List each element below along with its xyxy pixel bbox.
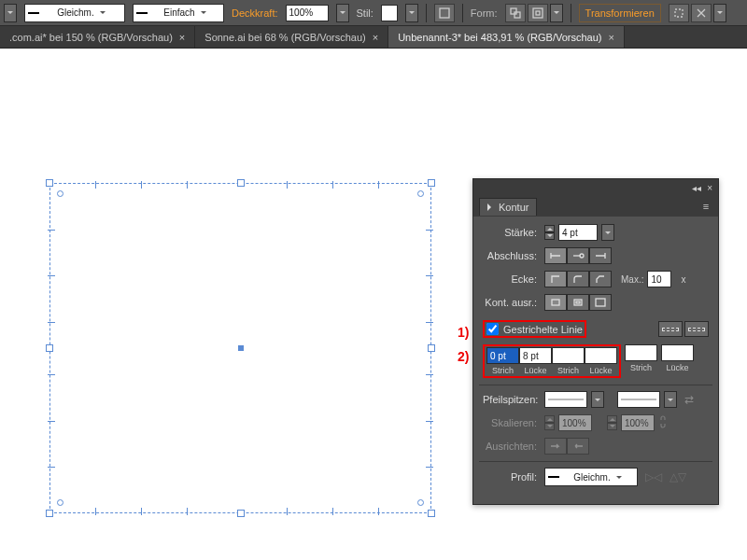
shape-mode-icon[interactable] — [528, 4, 548, 22]
close-icon[interactable]: × — [707, 183, 712, 193]
tool-preset-dropdown[interactable] — [4, 4, 17, 22]
align-icon[interactable] — [669, 4, 689, 22]
bbox-handle[interactable] — [237, 179, 245, 187]
document-setup-icon[interactable] — [434, 4, 455, 22]
align-stroke-buttons — [544, 294, 612, 311]
document-tab[interactable]: Sonne.ai bei 68 % (RGB/Vorschau)× — [195, 26, 388, 48]
cap-round-icon[interactable] — [567, 247, 589, 264]
corner-widget[interactable] — [417, 499, 424, 506]
panel-tab-kontur[interactable]: Kontur — [479, 198, 537, 216]
close-icon[interactable]: × — [608, 32, 613, 43]
style-swatch[interactable] — [381, 5, 398, 21]
weight-stepper[interactable] — [544, 225, 555, 240]
bbox-handle[interactable] — [428, 344, 435, 352]
panel-title: Kontur — [499, 202, 529, 213]
miter-field[interactable]: 10 — [647, 271, 671, 287]
dashed-line-label: Gestrichelte Linie — [503, 324, 583, 335]
dash-cell-label: Strich — [552, 366, 585, 375]
weight-field[interactable]: 4 pt — [558, 224, 598, 241]
dashed-line-checkbox-wrap[interactable]: Gestrichelte Linie — [483, 320, 586, 338]
bbox-handle[interactable] — [46, 344, 53, 352]
bbox-handle[interactable] — [428, 510, 435, 517]
dash-field[interactable]: 0 pt — [486, 347, 519, 364]
transform-button[interactable]: Transformieren — [579, 4, 661, 22]
bbox-handle[interactable] — [46, 510, 53, 517]
tab-label: Sonne.ai bei 68 % (RGB/Vorschau) — [204, 32, 365, 43]
collapse-icon[interactable]: ◂◂ — [692, 183, 701, 193]
dash-align-corners-icon[interactable] — [684, 321, 709, 337]
corner-widget[interactable] — [57, 499, 63, 506]
svg-rect-7 — [552, 300, 559, 305]
dash-cell: Lücke — [661, 344, 694, 372]
swap-arrows-icon[interactable]: ⇄ — [684, 393, 694, 406]
corner-round-icon[interactable] — [567, 271, 589, 287]
cap-label: Abschluss: — [483, 250, 541, 261]
scale-field-2[interactable]: 100% — [621, 414, 655, 431]
link-icon[interactable] — [658, 415, 668, 430]
miter-unit: x — [681, 274, 685, 285]
corner-miter-icon[interactable] — [544, 271, 567, 287]
profile-dropdown[interactable]: Gleichm. — [544, 468, 638, 486]
corner-widget[interactable] — [57, 190, 63, 197]
corner-widget[interactable] — [417, 190, 424, 197]
disclosure-icon — [487, 203, 495, 211]
scale-field-1[interactable]: 100% — [558, 414, 592, 431]
panel-menu-icon[interactable]: ≡ — [699, 201, 712, 212]
gap-field[interactable] — [585, 347, 617, 364]
stroke-profile-1[interactable]: Gleichm. — [24, 4, 125, 22]
opacity-field[interactable]: 100% — [286, 5, 329, 21]
opacity-dropdown[interactable] — [336, 4, 349, 22]
annotation-2: 2) — [458, 349, 469, 364]
align-center-icon[interactable] — [544, 294, 567, 311]
svg-rect-10 — [596, 299, 605, 306]
close-icon[interactable]: × — [179, 32, 185, 43]
document-tab[interactable]: .com.ai* bei 150 % (RGB/Vorschau)× — [0, 26, 195, 48]
arrow-start[interactable] — [544, 391, 587, 408]
align-arrow-icon[interactable] — [544, 438, 567, 455]
weight-dropdown[interactable] — [601, 224, 614, 241]
align-dropdown[interactable] — [713, 4, 726, 22]
style-dropdown[interactable] — [405, 4, 418, 22]
align-inside-icon[interactable] — [567, 294, 589, 311]
arrowheads-row: Pfeilspitzen: ⇄ — [483, 391, 709, 408]
dash-cell-label: Lücke — [661, 363, 694, 372]
tab-label: .com.ai* bei 150 % (RGB/Vorschau) — [9, 32, 173, 43]
dash-preserve-icon[interactable] — [658, 321, 683, 337]
align-icon[interactable] — [691, 4, 712, 22]
gap-field[interactable]: 8 pt — [519, 347, 552, 364]
stroke-panel: ◂◂ × Kontur ≡ Stärke: 4 pt Abschluss: — [472, 178, 719, 505]
dash-field[interactable] — [552, 347, 585, 364]
corner-bevel-icon[interactable] — [589, 271, 612, 287]
bbox-handle[interactable] — [237, 510, 245, 517]
shape-mode-icon[interactable] — [505, 4, 526, 22]
stroke-profile-2[interactable]: Einfach — [133, 4, 224, 22]
selected-rectangle[interactable] — [49, 183, 431, 513]
arrow-end[interactable] — [617, 391, 660, 408]
dash-cell-label: Lücke — [519, 366, 552, 375]
close-icon[interactable]: × — [373, 32, 378, 43]
align-arrow-label: Ausrichten: — [483, 441, 541, 452]
arrow-end-dropdown[interactable] — [664, 391, 677, 408]
align-outside-icon[interactable] — [589, 294, 612, 311]
panel-titlebar[interactable]: ◂◂ × — [473, 179, 718, 196]
document-tab[interactable]: Unbenannt-3* bei 483,91 % (RGB/Vorschau)… — [388, 26, 625, 48]
scale-stepper[interactable] — [544, 415, 555, 430]
cap-butt-icon[interactable] — [544, 247, 567, 264]
annotation-1: 1) — [458, 325, 469, 340]
center-point[interactable] — [238, 345, 244, 351]
cap-project-icon[interactable] — [589, 247, 612, 264]
shape-mode-dropdown[interactable] — [550, 4, 563, 22]
bbox-handle[interactable] — [428, 179, 435, 187]
dash-field[interactable] — [625, 344, 657, 361]
align-group — [669, 4, 726, 22]
flip-across-icon[interactable]: ▷◁ — [645, 470, 662, 483]
align-arrow-icon[interactable] — [567, 438, 589, 455]
dashed-line-checkbox[interactable] — [486, 323, 499, 335]
flip-along-icon[interactable]: △▽ — [669, 470, 686, 483]
stroke-profile-2-label: Einfach — [163, 7, 194, 18]
gap-field[interactable] — [661, 344, 694, 361]
bbox-handle[interactable] — [46, 179, 53, 187]
scale-stepper[interactable] — [607, 415, 617, 430]
arrow-start-dropdown[interactable] — [591, 391, 604, 408]
canvas-area[interactable]: 1) 2) ◂◂ × Kontur ≡ Stärke: 4 pt Abschlu… — [0, 49, 747, 560]
